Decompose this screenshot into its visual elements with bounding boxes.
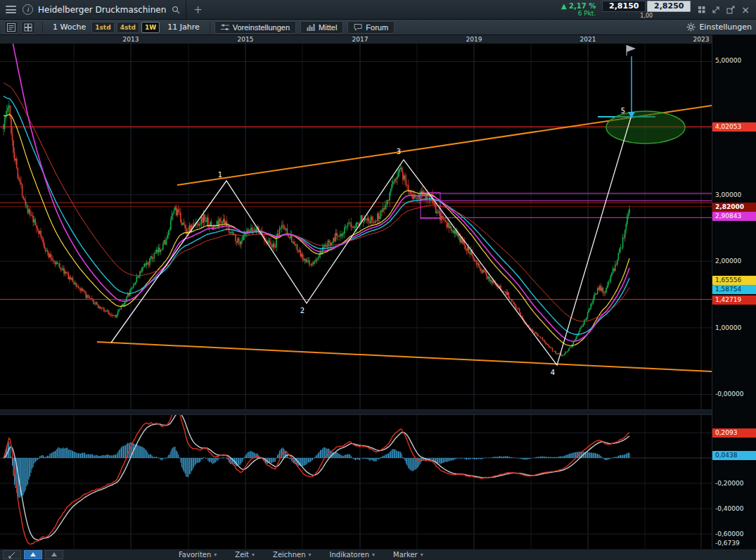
price-axis-badge: 0,0438 (712, 451, 756, 460)
interval-button-1std[interactable]: 1std (91, 22, 114, 33)
price-axis-badge: 2,82000 (712, 203, 756, 212)
bottom-bar-item-marker[interactable]: Marker▾ (393, 551, 423, 559)
price-change: ▲ 2,17 % 6 Pkt. (561, 2, 596, 18)
chart-window: i Heidelberger Druckmaschinen + ▲ 2,17 %… (0, 0, 756, 560)
news-list-icon[interactable] (4, 21, 18, 34)
time-axis-year: 2019 (466, 36, 482, 43)
svg-text:5: 5 (621, 107, 625, 115)
bottom-bar-item-zeit[interactable]: Zeit▾ (235, 551, 255, 559)
svg-text:2: 2 (300, 307, 305, 314)
instrument-info-icon[interactable]: i (23, 4, 33, 15)
bottom-bar-item-favoriten[interactable]: Favoriten▾ (179, 551, 217, 559)
price-chart[interactable]: 12345 (0, 44, 712, 409)
ask-price-button[interactable]: 2,8250 (647, 1, 691, 12)
price-axis-label: -0,20000 (715, 480, 743, 487)
scroll-tab[interactable] (45, 550, 63, 559)
mittel-button[interactable]: Mittel (300, 21, 343, 34)
panel-divider[interactable] (0, 409, 712, 415)
svg-text:1: 1 (218, 171, 222, 179)
price-axis-badge: 1,65556 (712, 276, 756, 285)
scroll-up-tab[interactable] (24, 550, 42, 559)
price-axis-badge: 4,02053 (712, 122, 756, 132)
range-dropdown[interactable]: 11 Jahre (162, 23, 205, 32)
search-icon[interactable] (172, 6, 180, 14)
menu-icon[interactable] (6, 6, 16, 13)
interval-dropdown[interactable]: 1 Woche (47, 23, 91, 32)
bottom-menu: Favoriten▾Zeit▾Zeichnen▾Indikatoren▾Mark… (179, 551, 423, 559)
macd-panel[interactable] (0, 415, 712, 549)
time-axis-year: 2017 (352, 36, 369, 43)
interval-button-1W[interactable]: 1W (141, 22, 160, 33)
speech-bubble-icon (354, 23, 362, 31)
settings-button[interactable]: Einstellungen (686, 23, 752, 32)
add-tab-button[interactable]: + (186, 0, 210, 19)
price-axis-label: -0,6739 (715, 540, 740, 547)
layout-grid-icon[interactable] (698, 6, 705, 13)
quote-panel: 2,8150 2,8250 1,00 (602, 1, 691, 19)
time-axis[interactable]: 201320152017201920212023 (0, 35, 756, 44)
price-axis-label: 1,00000 (715, 324, 741, 331)
price-axis-label: -0,40000 (715, 505, 743, 512)
price-axis-badge: 0,2093 (712, 428, 756, 438)
interval-button-4std[interactable]: 4std (117, 22, 139, 33)
price-axis-label: -0,60000 (715, 530, 743, 537)
price-axis-label: -0,00000 (715, 390, 743, 397)
bottom-bar-item-zeichnen[interactable]: Zeichnen▾ (273, 551, 311, 559)
expand-icon[interactable] (712, 6, 720, 14)
price-axis-label: 5,00000 (715, 57, 741, 64)
time-axis-year: 2021 (580, 36, 596, 43)
spread-value: 1,00 (640, 13, 653, 19)
change-points: 6 Pkt. (561, 10, 596, 17)
popout-icon[interactable] (726, 6, 735, 14)
forum-button[interactable]: Forum (347, 21, 395, 34)
price-axis-label: 2,00000 (715, 257, 741, 265)
time-axis-year: 2013 (123, 36, 139, 43)
time-axis-year: 2015 (238, 36, 254, 43)
svg-text:3: 3 (397, 148, 401, 155)
presets-button[interactable]: Voreinstellungen (214, 21, 296, 34)
price-axis-label: 3,00000 (715, 191, 741, 198)
sliders-icon (221, 24, 229, 31)
bid-price-button[interactable]: 2,8150 (602, 1, 646, 12)
window-title: Heidelberger Druckmaschinen (38, 5, 166, 15)
layout-icon[interactable] (21, 21, 35, 34)
price-axis[interactable]: 5,000003,000002,000001,00000-0,00000-0,2… (712, 35, 756, 549)
change-percent: ▲ 2,17 % (561, 2, 596, 11)
price-axis-badge: 1,42719 (712, 295, 756, 305)
drawing-tools-tab[interactable] (3, 550, 21, 559)
close-icon[interactable]: × (741, 5, 750, 15)
title-bar: i Heidelberger Druckmaschinen + ▲ 2,17 %… (0, 0, 756, 20)
chart-toolbar: 1 Woche 1std4std1W 11 Jahre Voreinstellu… (0, 20, 756, 35)
price-axis-badge: 2,90843 (712, 212, 756, 221)
gear-icon (686, 23, 696, 32)
indicator-chart-icon (307, 23, 315, 31)
bottom-bar-item-indikatoren[interactable]: Indikatoren▾ (330, 551, 376, 559)
price-axis-badge: 1,58754 (712, 285, 756, 294)
svg-text:4: 4 (551, 369, 555, 376)
interval-button-group: 1std4std1W (91, 22, 162, 33)
time-axis-year: 2023 (693, 36, 710, 43)
bottom-bar: Favoriten▾Zeit▾Zeichnen▾Indikatoren▾Mark… (0, 549, 756, 560)
